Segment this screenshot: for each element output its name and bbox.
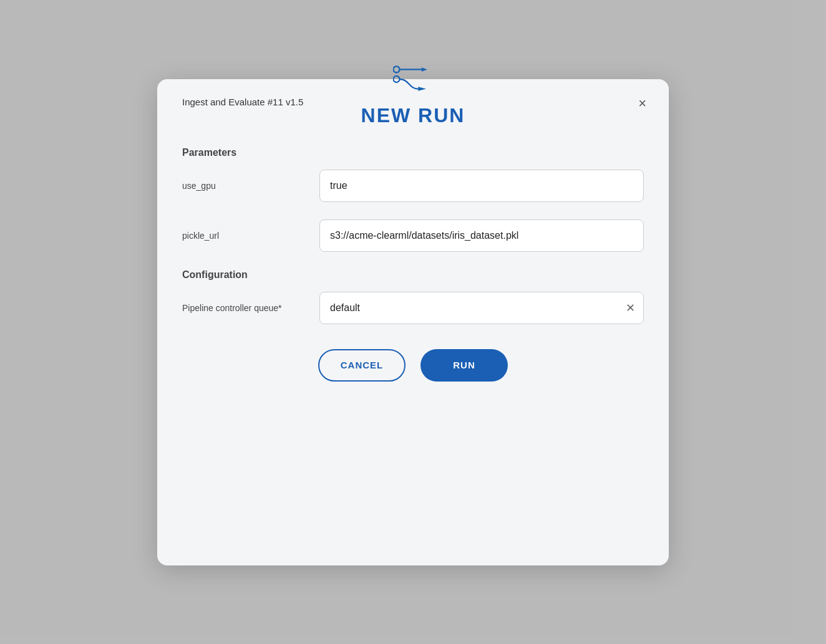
use-gpu-input[interactable] (319, 170, 644, 202)
parameters-section-label: Parameters (182, 147, 644, 158)
button-row: CANCEL RUN (182, 349, 644, 382)
use-gpu-label: use_gpu (182, 181, 319, 191)
close-button[interactable]: × (636, 94, 649, 113)
cancel-button[interactable]: CANCEL (318, 349, 406, 382)
pipeline-queue-clear-button[interactable]: ✕ (626, 302, 635, 314)
pipeline-icon-main (182, 62, 644, 97)
pickle-url-input[interactable] (319, 219, 644, 252)
pickle-url-field-row: pickle_url (182, 219, 644, 252)
use-gpu-field-row: use_gpu (182, 170, 644, 202)
svg-point-7 (393, 66, 399, 72)
pickle-url-label: pickle_url (182, 231, 319, 241)
run-button[interactable]: RUN (420, 349, 508, 382)
modal-overlay: Ingest and Evaluate #11 v1.5 × (0, 0, 826, 644)
configuration-section: Configuration Pipeline controller queue*… (182, 269, 644, 324)
pipeline-queue-input[interactable] (319, 292, 644, 324)
svg-marker-11 (418, 87, 426, 90)
svg-point-10 (393, 75, 399, 82)
configuration-section-label: Configuration (182, 269, 644, 281)
modal-dialog: Ingest and Evaluate #11 v1.5 × (157, 79, 669, 565)
pipeline-queue-label: Pipeline controller queue* (182, 303, 319, 313)
pipeline-queue-field-row: Pipeline controller queue* ✕ (182, 292, 644, 324)
modal-header-title: Ingest and Evaluate #11 v1.5 (182, 97, 303, 107)
svg-marker-9 (422, 67, 427, 71)
modal-title: NEW RUN (182, 104, 644, 127)
pipeline-queue-wrapper: ✕ (319, 292, 644, 324)
